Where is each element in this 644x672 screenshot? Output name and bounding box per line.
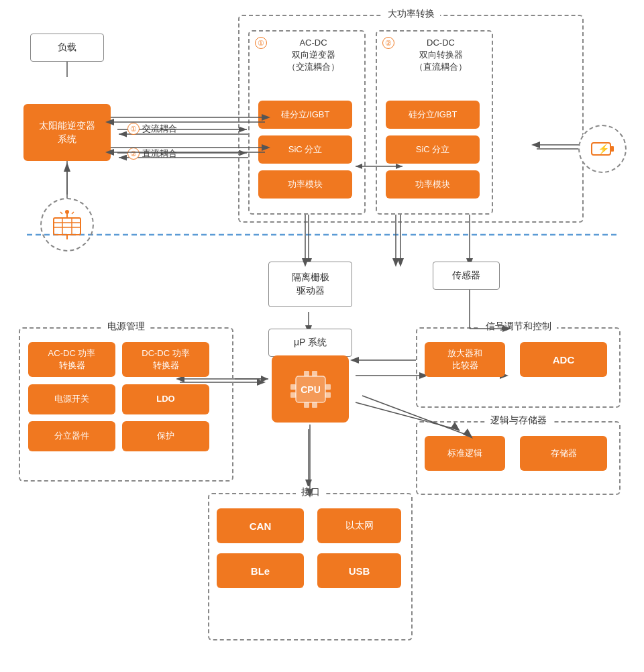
cpu-box: CPU	[272, 355, 349, 423]
acdc-chip1: 硅分立/IGBT	[258, 101, 352, 129]
uP-system-box: μP 系统	[268, 329, 352, 357]
badge-1-acdc: ①	[255, 37, 267, 49]
svg-text:⚡: ⚡	[598, 144, 610, 155]
svg-rect-54	[304, 402, 309, 408]
solar-icon-svg	[50, 208, 84, 241]
svg-line-47	[60, 212, 62, 214]
diagram-container: 大功率转换 ① AC-DC双向逆变器（交流耦合） 硅分立/IGBT SiC 分立…	[0, 0, 644, 672]
battery-icon: ⚡	[578, 125, 627, 173]
discrete-components: 分立器件	[28, 421, 115, 451]
memory: 存储器	[520, 436, 607, 471]
dcdc-converter: DC-DC 功率转换器	[122, 342, 209, 377]
cpu-icon-svg: CPU	[290, 371, 331, 408]
svg-marker-15	[392, 258, 399, 267]
acdc-title: AC-DC双向逆变器（交流耦合）	[270, 37, 357, 74]
sensor-box: 传感器	[433, 262, 500, 290]
svg-marker-25	[257, 379, 266, 386]
badge-ac: ①	[127, 123, 140, 135]
signal-ctrl-label: 信号调节和控制	[480, 321, 557, 333]
dcdc-chip2: SiC 分立	[386, 135, 480, 164]
svg-rect-59	[325, 392, 331, 398]
dcdc-chip1: 硅分立/IGBT	[386, 101, 480, 129]
interface-label: 接口	[296, 486, 325, 498]
standard-logic: 标准逻辑	[425, 436, 505, 471]
ac-label: 交流耦合	[142, 123, 177, 135]
badge-dc: ②	[127, 148, 140, 160]
svg-rect-50	[610, 146, 614, 152]
logic-mem-label: 逻辑与存储器	[485, 414, 552, 427]
svg-rect-57	[290, 392, 296, 398]
svg-marker-68	[350, 357, 359, 363]
adc: ADC	[520, 342, 607, 377]
can: CAN	[217, 508, 304, 543]
svg-rect-53	[312, 371, 317, 376]
svg-rect-58	[325, 384, 331, 390]
svg-text:CPU: CPU	[301, 384, 321, 395]
svg-marker-4	[64, 162, 70, 172]
isolation-driver-box: 隔离栅极驱动器	[268, 262, 352, 307]
solar-panel-icon	[40, 198, 94, 251]
usb: USB	[317, 553, 401, 588]
power-conversion-label: 大功率转换	[382, 8, 440, 20]
dcdc-chip3: 功率模块	[386, 170, 480, 199]
power-mgmt-label: 电源管理	[102, 321, 150, 333]
svg-marker-77	[397, 258, 404, 267]
ethernet: 以太网	[317, 508, 401, 543]
battery-icon-svg: ⚡	[588, 135, 616, 163]
svg-marker-66	[261, 376, 268, 382]
amplifier-comparator: 放大器和比较器	[425, 342, 505, 377]
svg-rect-55	[312, 402, 317, 408]
svg-line-48	[72, 212, 74, 214]
power-switch: 电源开关	[28, 384, 115, 414]
solar-inverter-box: 太阳能逆变器系统	[23, 104, 111, 161]
acdc-converter: AC-DC 功率转换器	[28, 342, 115, 377]
ldo: LDO	[122, 384, 209, 414]
svg-rect-56	[290, 384, 296, 390]
svg-rect-39	[54, 218, 80, 235]
protection: 保护	[122, 421, 209, 451]
dcdc-title: DC-DC双向转换器（直流耦合）	[397, 37, 484, 74]
acdc-chip2: SiC 分立	[258, 135, 352, 164]
acdc-chip3: 功率模块	[258, 170, 352, 199]
load-box: 负载	[30, 34, 104, 62]
svg-rect-52	[304, 371, 309, 376]
svg-point-46	[65, 210, 69, 214]
badge-2-dcdc: ②	[382, 37, 394, 49]
dc-label: 直流耦合	[142, 148, 177, 160]
ble: BLe	[217, 553, 304, 588]
ac-coupling-row: ① 交流耦合	[127, 123, 177, 135]
dc-coupling-row: ② 直流耦合	[127, 148, 177, 160]
